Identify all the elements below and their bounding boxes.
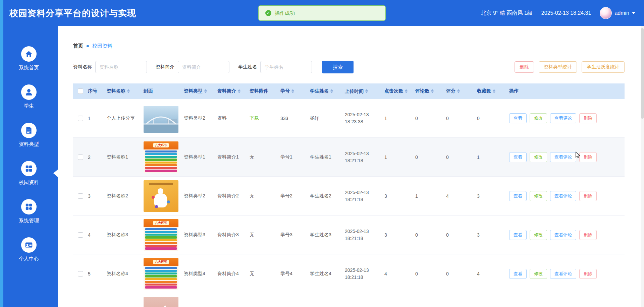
student-filter-input[interactable] [260, 61, 312, 73]
column-header-type: 资料类型 [184, 88, 217, 94]
table-row: 1 个人上传分享 [73, 99, 625, 138]
avatar[interactable] [600, 7, 612, 19]
table-header-row: 序号 资料名称 封面 资料类型 资料简介 资料附件 学号 学生姓名 上传时间 点… [73, 83, 625, 99]
sort-icon[interactable] [457, 89, 460, 93]
attachment-text: 无 [250, 271, 280, 277]
chevron-down-icon [632, 12, 635, 14]
edit-button[interactable]: 修改 [530, 191, 547, 201]
material-name: 资料名称2 [107, 193, 144, 199]
view-comments-button[interactable]: 查看评论 [550, 113, 576, 123]
material-type: 资料类型3 [184, 232, 217, 238]
sort-icon[interactable] [238, 89, 240, 93]
view-button[interactable]: 查看 [509, 230, 527, 240]
download-link[interactable]: 下载 [250, 115, 259, 121]
row-checkbox[interactable] [78, 116, 83, 121]
column-header-name: 资料名称 [107, 88, 144, 94]
sidebar-item-material-type[interactable]: 资料类型 [0, 116, 58, 154]
datetime-text: 2025-02-13 18:24:31 [541, 10, 591, 16]
favorites-count: 0 [477, 116, 509, 121]
comments-count: 0 [415, 271, 446, 277]
search-button[interactable]: 搜索 [322, 61, 354, 73]
active-item-arrow [53, 170, 58, 177]
name-filter-input[interactable] [95, 61, 147, 73]
material-intro: 资料 [217, 115, 250, 121]
row-checkbox[interactable] [78, 232, 83, 238]
material-intro: 资料简介4 [217, 271, 250, 277]
student-name: 学生姓名4 [310, 271, 345, 277]
column-header-comments: 评论数 [415, 88, 446, 94]
row-checkbox[interactable] [78, 193, 83, 199]
view-button[interactable]: 查看 [509, 113, 527, 123]
view-comments-button[interactable]: 查看评论 [550, 230, 576, 240]
favorites-count: 3 [477, 193, 509, 199]
delete-button[interactable]: 删除 [579, 269, 597, 279]
delete-button[interactable]: 删除 [579, 191, 597, 201]
sort-icon[interactable] [431, 89, 434, 93]
delete-button[interactable]: 删除 [579, 113, 597, 123]
edit-button[interactable]: 修改 [530, 230, 547, 240]
sort-icon[interactable] [405, 89, 408, 93]
sort-icon[interactable] [330, 89, 333, 93]
data-table: 序号 资料名称 封面 资料类型 资料简介 资料附件 学号 学生姓名 上传时间 点… [73, 83, 625, 307]
column-header-rating: 评分 [446, 88, 477, 94]
sidebar-item-user-center[interactable]: 个人中心 [0, 231, 58, 269]
check-circle-icon: ✓ [265, 10, 271, 16]
scrollbar-thumb[interactable] [641, 28, 644, 119]
success-toast: ✓ 操作成功 [258, 5, 386, 21]
row-checkbox[interactable] [78, 155, 83, 160]
row-index: 5 [88, 271, 107, 277]
table-row: 3 资料名称2 资料类型2 资料简介2 无 学号2 学生姓名2 2025-02-… [73, 177, 625, 216]
view-comments-button[interactable]: 查看评论 [550, 269, 576, 279]
select-all-checkbox[interactable] [78, 88, 83, 94]
view-button[interactable]: 查看 [509, 269, 527, 279]
view-button[interactable]: 查看 [509, 152, 527, 162]
student-name: 学生姓名1 [310, 154, 345, 160]
edit-button[interactable]: 修改 [530, 269, 547, 279]
cover-image [144, 180, 178, 212]
material-intro: 资料简介1 [217, 154, 250, 160]
comments-count: 0 [415, 155, 446, 160]
sidebar-item-campus-material[interactable]: 校园资料 [0, 154, 58, 192]
edit-button[interactable]: 修改 [530, 152, 547, 162]
favorites-count: 4 [477, 271, 509, 277]
view-comments-button[interactable]: 查看评论 [550, 191, 576, 201]
column-header-student-no: 学号 [280, 88, 310, 94]
user-menu[interactable]: admin [600, 7, 635, 19]
student-no: 学号1 [280, 154, 310, 160]
sort-icon[interactable] [291, 89, 294, 93]
student-activity-stats-button[interactable]: 学生活跃度统计 [582, 61, 625, 73]
intro-filter-input[interactable] [178, 61, 229, 73]
type-stats-button[interactable]: 资料类型统计 [539, 61, 577, 73]
sidebar-accent-strip [0, 0, 3, 307]
sidebar-item-home[interactable]: 系统首页 [0, 40, 58, 78]
vertical-scrollbar [641, 26, 644, 307]
sort-icon[interactable] [493, 89, 495, 93]
cover-image: 八大环节 [144, 219, 178, 251]
delete-button[interactable]: 删除 [579, 152, 597, 162]
breadcrumb-home[interactable]: 首页 [73, 43, 83, 49]
student-name: 学生姓名2 [310, 193, 345, 199]
material-name: 资料名称1 [107, 154, 144, 160]
sidebar-item-label: 个人中心 [19, 256, 39, 262]
edit-button[interactable]: 修改 [530, 113, 547, 123]
delete-button[interactable]: 删除 [579, 230, 597, 240]
sort-icon[interactable] [365, 89, 368, 93]
view-comments-button[interactable]: 查看评论 [550, 152, 576, 162]
home-icon [21, 46, 37, 62]
campus-material-icon [21, 161, 37, 176]
row-index: 3 [88, 193, 107, 199]
student-filter-label: 学生姓名 [238, 64, 257, 70]
view-button[interactable]: 查看 [509, 191, 527, 201]
sidebar-item-system-manage[interactable]: 系统管理 [0, 192, 58, 231]
row-checkbox[interactable] [78, 271, 83, 277]
upload-time: 2025-02-13 18:23:38 [345, 111, 384, 125]
sidebar-item-students[interactable]: 学生 [0, 78, 58, 116]
sidebar: 系统首页 学生 资料类型 校园资料 系统管理 个人中心 [0, 26, 58, 307]
system-manage-icon [21, 199, 37, 214]
bulk-delete-button[interactable]: 删除 [515, 61, 534, 73]
sort-icon[interactable] [204, 89, 207, 93]
sort-icon[interactable] [127, 89, 130, 93]
column-header-attachment: 资料附件 [250, 88, 280, 94]
upload-time: 2025-02-13 18:21:18 [345, 189, 384, 203]
breadcrumb-current[interactable]: 校园资料 [92, 43, 112, 49]
